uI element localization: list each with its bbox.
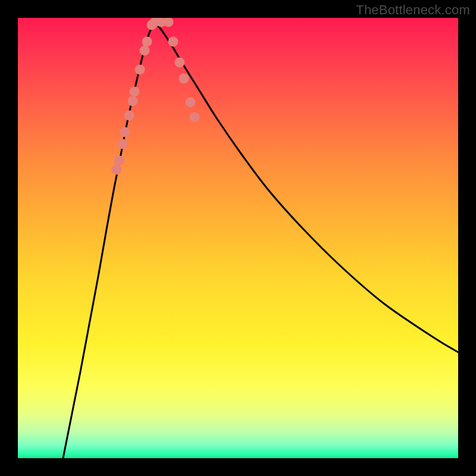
curve-right-curve — [155, 22, 458, 352]
chart-plot-area — [18, 18, 458, 458]
dot-left-dots-3 — [120, 127, 130, 137]
curve-left-curve — [63, 22, 155, 458]
dot-left-dots-6 — [130, 87, 140, 97]
dot-left-dots-1 — [114, 156, 124, 166]
dot-right-dots-4 — [186, 98, 196, 108]
chart-frame: TheBottleneck.com — [0, 0, 476, 476]
chart-dots — [112, 18, 200, 175]
watermark-text: TheBottleneck.com — [356, 2, 470, 18]
dot-right-dots-1 — [168, 37, 178, 47]
dot-left-dots-9 — [142, 37, 152, 47]
dot-right-dots-2 — [175, 58, 185, 68]
dot-right-dots-0 — [164, 18, 174, 27]
dot-right-dots-3 — [179, 74, 189, 84]
dot-left-dots-4 — [124, 111, 134, 121]
chart-overlay-svg — [18, 18, 458, 458]
dot-left-dots-0 — [112, 165, 122, 175]
dot-right-dots-5 — [190, 112, 200, 123]
dot-left-dots-2 — [118, 139, 128, 149]
dot-left-dots-7 — [135, 65, 145, 75]
dot-left-dots-8 — [140, 46, 150, 56]
chart-curves — [63, 22, 458, 458]
dot-left-dots-5 — [128, 96, 138, 107]
